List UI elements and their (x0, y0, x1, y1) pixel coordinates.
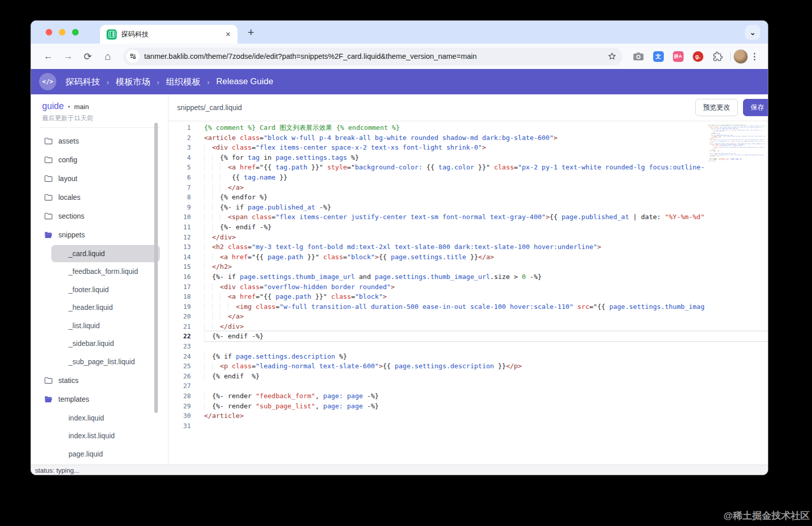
code-editor-panel: snippets/_card.liquid 预览更改 保存 1{% commen… (168, 94, 768, 465)
code-line-24[interactable]: 24 {% if page.settings.description %} (168, 352, 768, 362)
tree-file-index.list.liquid[interactable]: index.list.liquid (51, 427, 160, 444)
reload-button[interactable]: ⟳ (80, 48, 96, 64)
tab-search-chevron-icon[interactable]: ⌄ (745, 25, 760, 40)
code-line-29[interactable]: 29 {%- render "sub_page_list", page: pag… (168, 401, 768, 411)
code-line-6[interactable]: 6 {{ tag.name }} (168, 172, 768, 183)
code-line-8[interactable]: 8 {% endfor %} (168, 192, 768, 202)
code-line-28[interactable]: 28 {%- render "feedback_form", page: pag… (168, 391, 768, 401)
tree-file-page.liquid[interactable]: page.liquid (51, 445, 160, 463)
breadcrumb-item[interactable]: 模板市场 (116, 76, 150, 88)
minimize-window-button[interactable] (59, 29, 65, 36)
tree-item-label: templates (58, 395, 89, 403)
back-button[interactable]: ← (40, 48, 56, 64)
line-number: 19 (168, 302, 191, 312)
code-line-30[interactable]: 30</article> (168, 411, 768, 421)
extensions-puzzle-icon[interactable] (710, 49, 725, 64)
tree-item-label: layout (58, 174, 77, 183)
code-line-18[interactable]: 18 <a href="{{ page.path }}" class="bloc… (168, 292, 768, 302)
tree-item-label: _list.liquid (69, 322, 99, 330)
code-line-13[interactable]: 13 <h2 class="my-3 text-lg font-bold md:… (168, 242, 768, 252)
code-text: <img class="w-full transition-all durati… (204, 302, 768, 312)
tree-file-_card.liquid[interactable]: _card.liquid (51, 245, 160, 262)
code-line-17[interactable]: 17 <div class="overflow-hidden border ro… (168, 282, 768, 292)
line-number: 31 (168, 421, 191, 431)
tree-folder-snippets[interactable]: snippets (40, 225, 160, 244)
tree-file-_feedback_form.liquid[interactable]: _feedback_form.liquid (51, 263, 160, 280)
tree-folder-locales[interactable]: locales (40, 188, 160, 206)
tree-file-_footer.liquid[interactable]: _footer.liquid (51, 281, 160, 298)
code-line-25[interactable]: 25 <p class="leading-normal text-slate-6… (168, 361, 768, 371)
sidebar-scrollbar[interactable] (154, 123, 158, 413)
preview-changes-button[interactable]: 预览更改 (695, 99, 738, 116)
code-line-27[interactable]: 27 (168, 381, 768, 391)
code-line-10[interactable]: 10 <span class="flex items-center justif… (168, 212, 768, 222)
tree-folder-config[interactable]: config (40, 150, 160, 169)
profile-avatar[interactable] (733, 49, 748, 64)
bookmark-star-icon[interactable] (607, 52, 617, 61)
code-line-4[interactable]: 4 {% for tag in page.settings.tags %} (168, 153, 768, 163)
code-line-2[interactable]: 2<article class="block w-full p-4 break-… (168, 133, 768, 143)
code-text: </div> (204, 322, 768, 332)
code-line-9[interactable]: 9 {%- if page.published_at -%} (168, 202, 768, 213)
breadcrumb-item[interactable]: 探码科技 (65, 76, 100, 88)
breadcrumb-item[interactable]: Release Guide (216, 77, 273, 87)
new-tab-button[interactable]: + (245, 26, 257, 39)
juejin-extension-icon[interactable]: g. (690, 49, 705, 64)
tree-file-index.liquid[interactable]: index.liquid (51, 409, 160, 427)
code-line-14[interactable]: 14 <a href="{{ page.path }}" class="bloc… (168, 252, 768, 262)
code-text: {% for tag in page.settings.tags %} (204, 153, 768, 163)
pinyin-extension-icon[interactable]: 拼A (670, 49, 686, 64)
maximize-window-button[interactable] (72, 29, 79, 36)
url-text[interactable]: tanmer.baklib.com/theme/7zodse/ide/edit?… (144, 52, 603, 60)
tree-folder-layout[interactable]: layout (40, 169, 160, 188)
code-line-31[interactable]: 31 (168, 421, 768, 431)
minimap[interactable]: {% comment %} Card 图文列表展示效果 {% endcommen… (706, 124, 765, 164)
forward-button[interactable]: → (60, 48, 76, 64)
save-button[interactable]: 保存 (743, 99, 768, 116)
browser-menu-kebab-icon[interactable]: ⋮ (748, 51, 763, 62)
code-text (204, 341, 768, 352)
translate-extension-icon[interactable]: 文 (651, 49, 666, 64)
code-line-20[interactable]: 20 </a> (168, 311, 768, 322)
tree-file-_sub_page_list.liquid[interactable]: _sub_page_list.liquid (51, 353, 160, 370)
code-line-12[interactable]: 12 </div> (168, 232, 768, 242)
site-settings-icon[interactable] (126, 50, 140, 63)
close-window-button[interactable] (46, 29, 52, 36)
browser-window: 探码科技 × + ⌄ ← → ⟳ ⌂ tanmer.baklib.com/the… (30, 20, 768, 475)
tree-file-_header.liquid[interactable]: _header.liquid (51, 299, 160, 316)
line-number: 16 (168, 272, 191, 282)
tree-file-_sidebar.liquid[interactable]: _sidebar.liquid (51, 335, 160, 352)
tree-item-label: page.liquid (69, 450, 103, 458)
tree-folder-sections[interactable]: sections (40, 206, 160, 225)
tree-folder-templates[interactable]: templates (40, 390, 160, 408)
tab-close-icon[interactable]: × (224, 30, 232, 39)
code-line-22[interactable]: 22 {%- endif -%} (168, 331, 768, 341)
code-line-5[interactable]: 5 <a href="{{ tag.path }}" style="backgr… (168, 162, 768, 172)
code-line-15[interactable]: 15 </h2> (168, 262, 768, 272)
code-line-26[interactable]: 26 {% endif %} (168, 371, 768, 381)
screenshot-camera-icon[interactable] (631, 49, 646, 64)
code-line-7[interactable]: 7 </a> (168, 183, 768, 193)
home-button[interactable]: ⌂ (99, 48, 116, 64)
code-line-3[interactable]: 3 <div class="flex items-center space-x-… (168, 143, 768, 153)
code-line-23[interactable]: 23 (168, 341, 768, 352)
line-number: 24 (168, 352, 191, 362)
status-text: status: typing... (35, 467, 79, 474)
tree-file-_list.liquid[interactable]: _list.liquid (51, 317, 160, 334)
address-bar[interactable]: tanmer.baklib.com/theme/7zodse/ide/edit?… (123, 48, 623, 65)
tree-folder-statics[interactable]: statics (40, 371, 160, 390)
code-editor[interactable]: 1{% comment %} Card 图文列表展示效果 {% endcomme… (168, 121, 768, 465)
repo-header: guide • main 最后更新于11天前 (31, 94, 168, 127)
code-text: <p class="leading-normal text-slate-600"… (204, 361, 768, 371)
code-line-21[interactable]: 21 </div> (168, 322, 768, 332)
line-number: 29 (168, 401, 191, 411)
breadcrumb-item[interactable]: 组织模板 (166, 76, 200, 88)
browser-tab[interactable]: 探码科技 × (100, 25, 238, 44)
code-pane[interactable]: 1{% comment %} Card 图文列表展示效果 {% endcomme… (168, 121, 768, 465)
code-line-19[interactable]: 19 <img class="w-full transition-all dur… (168, 302, 768, 312)
repo-name-link[interactable]: guide (42, 101, 64, 112)
code-line-16[interactable]: 16 {%- if page.settings.thumb_image_url … (168, 272, 768, 282)
code-line-1[interactable]: 1{% comment %} Card 图文列表展示效果 {% endcomme… (168, 123, 768, 133)
code-line-11[interactable]: 11 {%- endif -%} (168, 222, 768, 232)
tree-folder-assets[interactable]: assets (40, 131, 160, 150)
